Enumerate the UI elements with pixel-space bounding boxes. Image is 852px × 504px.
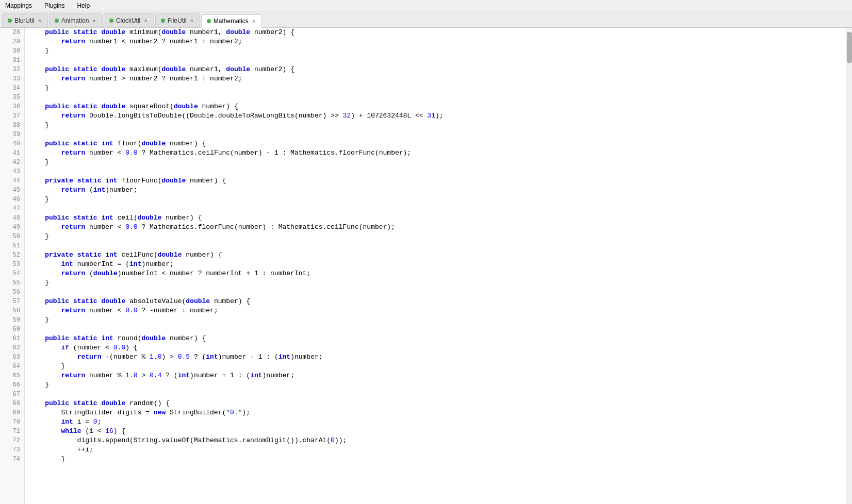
line-number-43: 43 xyxy=(0,167,24,176)
code-line-32: public static double maximum(double numb… xyxy=(29,65,846,74)
code-line-58: return number < 0.0 ? -number : number; xyxy=(29,306,846,315)
code-line-52: private static int ceilFunc(double numbe… xyxy=(29,250,846,260)
line-number-33: 33 xyxy=(0,74,24,83)
code-line-54: return (double)numberInt < number ? numb… xyxy=(29,269,846,278)
line-number-41: 41 xyxy=(0,148,24,158)
tab-close-clockutil[interactable]: × xyxy=(143,18,148,24)
tab-label-clockutil: ClockUtil xyxy=(116,17,140,24)
code-line-37: return Double.longBitsToDouble((Double.d… xyxy=(29,111,846,121)
tab-label-blurutil: BlurUtil xyxy=(14,17,35,24)
tab-dot-mathematics xyxy=(207,19,211,23)
line-number-29: 29 xyxy=(0,37,24,46)
scrollbar-track[interactable] xyxy=(846,28,852,504)
code-line-48: public static int ceil(double number) { xyxy=(29,213,846,223)
line-number-56: 56 xyxy=(0,288,24,297)
line-number-46: 46 xyxy=(0,195,24,204)
line-number-64: 64 xyxy=(0,362,24,371)
code-line-40: public static int floor(double number) { xyxy=(29,139,846,148)
code-line-43 xyxy=(29,167,846,176)
code-line-30: } xyxy=(29,46,846,56)
line-number-44: 44 xyxy=(0,176,24,186)
line-number-65: 65 xyxy=(0,371,24,380)
line-number-67: 67 xyxy=(0,390,24,399)
code-line-50: } xyxy=(29,232,846,241)
line-number-57: 57 xyxy=(0,297,24,306)
code-line-74: } xyxy=(29,455,846,464)
line-number-32: 32 xyxy=(0,65,24,74)
code-line-38: } xyxy=(29,121,846,130)
line-number-58: 58 xyxy=(0,306,24,315)
tabbar: BlurUtil × Animation × ClockUtil × FileU… xyxy=(0,11,852,28)
line-number-30: 30 xyxy=(0,46,24,56)
line-number-51: 51 xyxy=(0,241,24,250)
code-line-55: } xyxy=(29,278,846,288)
code-line-70: int i = 0; xyxy=(29,417,846,427)
line-number-59: 59 xyxy=(0,315,24,325)
line-number-70: 70 xyxy=(0,417,24,427)
tab-close-animation[interactable]: × xyxy=(91,18,96,24)
code-line-35 xyxy=(29,93,846,102)
menu-help[interactable]: Help xyxy=(74,1,93,10)
code-line-49: return number < 0.0 ? Mathematics.floorF… xyxy=(29,223,846,232)
tab-dot-clockutil xyxy=(109,19,113,23)
code-scroll[interactable]: public static double minimum(double numb… xyxy=(25,28,846,504)
line-number-28: 28 xyxy=(0,28,24,37)
code-line-69: StringBuilder digits = new StringBuilder… xyxy=(29,408,846,417)
tab-blurutil[interactable]: BlurUtil × xyxy=(2,13,48,27)
line-number-38: 38 xyxy=(0,121,24,130)
line-number-61: 61 xyxy=(0,334,24,343)
line-number-60: 60 xyxy=(0,325,24,334)
code-line-33: return number1 > number2 ? number1 : num… xyxy=(29,74,846,83)
code-line-47 xyxy=(29,204,846,213)
line-number-72: 72 xyxy=(0,436,24,445)
code-line-60 xyxy=(29,325,846,334)
code-line-45: return (int)number; xyxy=(29,186,846,195)
line-number-40: 40 xyxy=(0,139,24,148)
code-line-65: return number % 1.0 > 0.4 ? (int)number … xyxy=(29,371,846,380)
code-line-73: ++i; xyxy=(29,445,846,455)
line-number-69: 69 xyxy=(0,408,24,417)
line-number-68: 68 xyxy=(0,399,24,408)
code-line-36: public static double squareRoot(double n… xyxy=(29,102,846,111)
menubar: Mappings Plugins Help xyxy=(0,0,852,11)
line-number-39: 39 xyxy=(0,130,24,139)
tab-label-fileutil: FileUtil xyxy=(168,17,187,24)
line-number-35: 35 xyxy=(0,93,24,102)
line-number-73: 73 xyxy=(0,445,24,455)
code-line-68: public static double random() { xyxy=(29,399,846,408)
line-number-71: 71 xyxy=(0,427,24,436)
tab-close-fileutil[interactable]: × xyxy=(189,18,194,24)
tab-close-blurutil[interactable]: × xyxy=(37,18,42,24)
code-line-66: } xyxy=(29,380,846,390)
line-number-36: 36 xyxy=(0,102,24,111)
tab-animation[interactable]: Animation × xyxy=(49,13,103,27)
menu-plugins[interactable]: Plugins xyxy=(41,1,68,10)
line-number-45: 45 xyxy=(0,186,24,195)
tab-close-mathematics[interactable]: × xyxy=(251,18,256,24)
line-number-49: 49 xyxy=(0,223,24,232)
line-number-31: 31 xyxy=(0,56,24,65)
code-line-29: return number1 < number2 ? number1 : num… xyxy=(29,37,846,46)
code-line-28: public static double minimum(double numb… xyxy=(29,28,846,37)
line-number-55: 55 xyxy=(0,278,24,288)
code-line-72: digits.append(String.valueOf(Mathematics… xyxy=(29,436,846,445)
tab-clockutil[interactable]: ClockUtil × xyxy=(104,13,154,27)
tab-dot-fileutil xyxy=(161,19,165,23)
menu-mappings[interactable]: Mappings xyxy=(2,1,35,10)
code-line-41: return number < 0.0 ? Mathematics.ceilFu… xyxy=(29,148,846,158)
tab-fileutil[interactable]: FileUtil × xyxy=(155,13,200,27)
tab-mathematics[interactable]: Mathematics × xyxy=(201,14,262,28)
code-line-64: } xyxy=(29,362,846,371)
code-line-39 xyxy=(29,130,846,139)
line-number-48: 48 xyxy=(0,213,24,223)
scrollbar-thumb[interactable] xyxy=(847,32,852,63)
code-line-67 xyxy=(29,390,846,399)
line-number-63: 63 xyxy=(0,352,24,362)
line-number-47: 47 xyxy=(0,204,24,213)
code-line-53: int numberInt = (int)number; xyxy=(29,260,846,269)
code-line-56 xyxy=(29,288,846,297)
line-number-52: 52 xyxy=(0,250,24,260)
code-line-51 xyxy=(29,241,846,250)
code-line-59: } xyxy=(29,315,846,325)
code-line-42: } xyxy=(29,158,846,167)
